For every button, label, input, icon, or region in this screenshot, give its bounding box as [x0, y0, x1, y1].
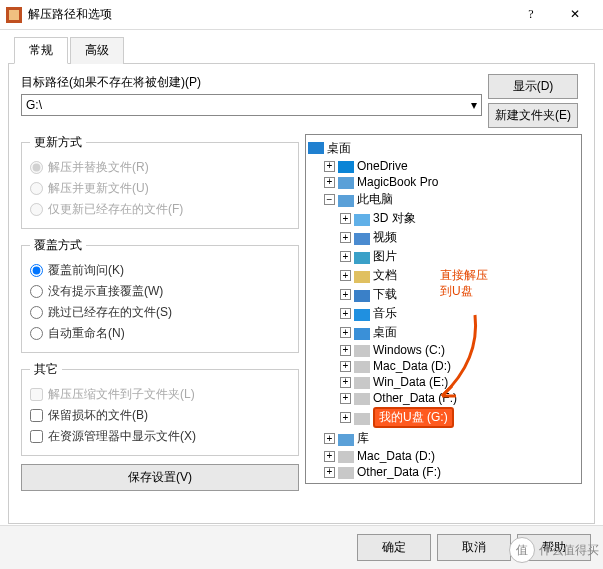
svg-rect-6	[354, 214, 370, 226]
expander-icon[interactable]: +	[340, 361, 351, 372]
update-group: 更新方式 解压并替换文件(R) 解压并更新文件(U) 仅更新已经存在的文件(F)	[21, 134, 299, 229]
tree-item[interactable]: −此电脑	[308, 190, 579, 209]
overwrite-ask[interactable]: 覆盖前询问(K)	[30, 260, 290, 281]
overwrite-legend: 覆盖方式	[30, 237, 86, 254]
overwrite-noprompt[interactable]: 没有提示直接覆盖(W)	[30, 281, 290, 302]
expander-icon[interactable]: +	[340, 251, 351, 262]
tree-item[interactable]: +Windows (C:)	[308, 342, 579, 358]
desktop-icon	[308, 142, 324, 156]
watermark-text: 什么值得买	[539, 542, 599, 559]
tree-item[interactable]: +文档	[308, 266, 579, 285]
misc-subfolder[interactable]: 解压压缩文件到子文件夹(L)	[30, 384, 290, 405]
path-value: G:\	[26, 98, 42, 112]
tree-item[interactable]: +Mac_Data (D:)	[308, 448, 579, 464]
close-button[interactable]: ✕	[553, 1, 597, 29]
window-title: 解压路径和选项	[28, 6, 509, 23]
svg-rect-1	[9, 10, 19, 20]
folder-icon	[354, 212, 370, 226]
expander-icon[interactable]: +	[340, 289, 351, 300]
tree-item[interactable]: +音乐	[308, 304, 579, 323]
dropdown-icon[interactable]: ▾	[471, 98, 477, 112]
misc-legend: 其它	[30, 361, 62, 378]
tree-item[interactable]: +Win_Data (E:)	[308, 374, 579, 390]
tree-item[interactable]: +Other_Data (F:)	[308, 464, 579, 480]
folder-icon	[354, 411, 370, 425]
svg-rect-12	[354, 328, 370, 340]
expander-icon[interactable]: −	[324, 194, 335, 205]
display-button[interactable]: 显示(D)	[488, 74, 578, 99]
update-option-existing[interactable]: 仅更新已经存在的文件(F)	[30, 199, 290, 220]
ok-button[interactable]: 确定	[357, 534, 431, 561]
svg-rect-10	[354, 290, 370, 302]
update-option-update[interactable]: 解压并更新文件(U)	[30, 178, 290, 199]
svg-rect-17	[354, 413, 370, 425]
svg-rect-3	[338, 161, 354, 173]
new-folder-button[interactable]: 新建文件夹(E)	[488, 103, 578, 128]
svg-rect-16	[354, 393, 370, 405]
tab-bar: 常规 高级	[8, 36, 595, 64]
tree-item[interactable]: +MagicBook Pro	[308, 174, 579, 190]
folder-icon	[354, 359, 370, 373]
folder-icon	[354, 326, 370, 340]
tree-item[interactable]: +OneDrive	[308, 158, 579, 174]
svg-rect-18	[338, 434, 354, 446]
update-option-replace[interactable]: 解压并替换文件(R)	[30, 157, 290, 178]
folder-tree[interactable]: 桌面+OneDrive+MagicBook Pro−此电脑+3D 对象+视频+图…	[305, 134, 582, 484]
cancel-button[interactable]: 取消	[437, 534, 511, 561]
help-button[interactable]: ?	[509, 1, 553, 29]
expander-icon[interactable]: +	[340, 412, 351, 423]
svg-rect-13	[354, 345, 370, 357]
expander-icon[interactable]: +	[340, 377, 351, 388]
tree-item[interactable]: +桌面	[308, 323, 579, 342]
folder-icon	[354, 269, 370, 283]
tree-root[interactable]: 桌面	[308, 139, 579, 158]
expander-icon[interactable]: +	[340, 327, 351, 338]
tree-item[interactable]: +库	[308, 429, 579, 448]
misc-keep-broken[interactable]: 保留损坏的文件(B)	[30, 405, 290, 426]
expander-icon[interactable]: +	[340, 270, 351, 281]
folder-icon	[354, 288, 370, 302]
folder-icon	[338, 465, 354, 479]
expander-icon[interactable]: +	[340, 232, 351, 243]
expander-icon[interactable]: +	[324, 433, 335, 444]
folder-icon	[354, 391, 370, 405]
expander-icon[interactable]: +	[324, 451, 335, 462]
misc-show-explorer[interactable]: 在资源管理器中显示文件(X)	[30, 426, 290, 447]
tree-item[interactable]: +Mac_Data (D:)	[308, 358, 579, 374]
app-icon	[6, 7, 22, 23]
content-area: 目标路径(如果不存在将被创建)(P) G:\ ▾ 显示(D) 新建文件夹(E) …	[8, 64, 595, 524]
folder-icon	[338, 193, 354, 207]
expander-icon[interactable]: +	[324, 467, 335, 478]
expander-icon[interactable]: +	[340, 308, 351, 319]
save-settings-button[interactable]: 保存设置(V)	[21, 464, 299, 491]
tree-item[interactable]: +Other_Data (F:)	[308, 390, 579, 406]
svg-rect-8	[354, 252, 370, 264]
folder-icon	[354, 307, 370, 321]
tree-item[interactable]: +我的U盘 (G:)	[308, 406, 579, 429]
overwrite-group: 覆盖方式 覆盖前询问(K) 没有提示直接覆盖(W) 跳过已经存在的文件(S) 自…	[21, 237, 299, 353]
overwrite-rename[interactable]: 自动重命名(N)	[30, 323, 290, 344]
folder-icon	[338, 432, 354, 446]
watermark-icon: 值	[509, 537, 535, 563]
expander-icon[interactable]: +	[340, 213, 351, 224]
folder-icon	[354, 375, 370, 389]
update-legend: 更新方式	[30, 134, 86, 151]
expander-icon[interactable]: +	[324, 161, 335, 172]
folder-icon	[354, 231, 370, 245]
svg-rect-7	[354, 233, 370, 245]
expander-icon[interactable]: +	[340, 393, 351, 404]
tab-general[interactable]: 常规	[14, 37, 68, 64]
svg-rect-4	[338, 177, 354, 189]
tree-item[interactable]: +视频	[308, 228, 579, 247]
tree-item[interactable]: +3D 对象	[308, 209, 579, 228]
tree-item[interactable]: +下载	[308, 285, 579, 304]
expander-icon[interactable]: +	[324, 177, 335, 188]
overwrite-skip[interactable]: 跳过已经存在的文件(S)	[30, 302, 290, 323]
svg-rect-9	[354, 271, 370, 283]
path-input[interactable]: G:\ ▾	[21, 94, 482, 116]
folder-icon	[338, 175, 354, 189]
folder-icon	[338, 449, 354, 463]
tree-item[interactable]: +图片	[308, 247, 579, 266]
tab-advanced[interactable]: 高级	[70, 37, 124, 64]
expander-icon[interactable]: +	[340, 345, 351, 356]
